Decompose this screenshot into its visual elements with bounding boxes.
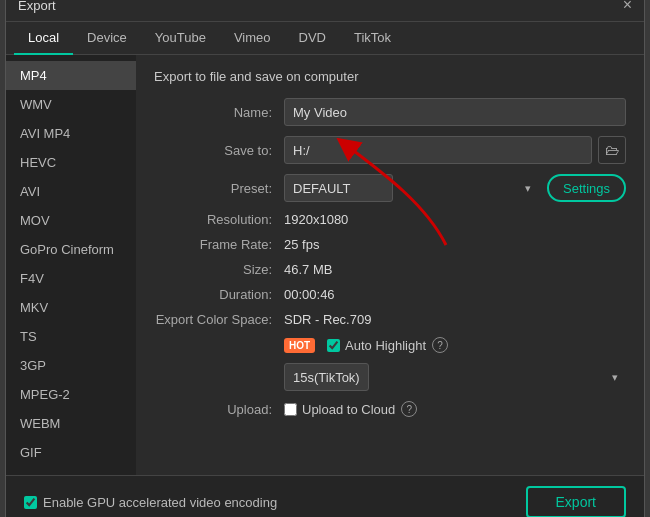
sidebar-item-mp3[interactable]: MP3	[6, 467, 136, 475]
name-input[interactable]	[284, 98, 626, 126]
save-to-field: 🗁	[284, 136, 626, 164]
tiktok-select-wrapper: 15s(TikTok) 30s 60s	[284, 363, 626, 391]
resolution-value: 1920x1080	[284, 212, 348, 227]
upload-to-cloud-text: Upload to Cloud	[302, 402, 395, 417]
color-space-value: SDR - Rec.709	[284, 312, 371, 327]
sidebar-item-gif[interactable]: GIF	[6, 438, 136, 467]
frame-rate-value: 25 fps	[284, 237, 319, 252]
upload-to-cloud-checkbox[interactable]	[284, 403, 297, 416]
size-row: Size: 46.7 MB	[154, 262, 626, 277]
export-dialog: Export × Local Device YouTube Vimeo DVD …	[5, 0, 645, 517]
tab-local[interactable]: Local	[14, 22, 73, 55]
main-panel: Export to file and save on computer Name…	[136, 55, 644, 475]
export-button[interactable]: Export	[526, 486, 626, 517]
resolution-row: Resolution: 1920x1080	[154, 212, 626, 227]
footer: Enable GPU accelerated video encoding Ex…	[6, 475, 644, 517]
title-bar: Export ×	[6, 0, 644, 22]
duration-label: Duration:	[154, 287, 284, 302]
sidebar-item-3gp[interactable]: 3GP	[6, 351, 136, 380]
sidebar-item-mkv[interactable]: MKV	[6, 293, 136, 322]
size-label: Size:	[154, 262, 284, 277]
name-label: Name:	[154, 105, 284, 120]
preset-label: Preset:	[154, 181, 284, 196]
preset-select[interactable]: DEFAULT High Quality Medium Quality Low …	[284, 174, 393, 202]
sidebar-item-avi[interactable]: AVI	[6, 177, 136, 206]
upload-row: Upload: Upload to Cloud ?	[154, 401, 626, 417]
upload-label: Upload:	[154, 402, 284, 417]
save-to-label: Save to:	[154, 143, 284, 158]
sidebar-item-avimp4[interactable]: AVI MP4	[6, 119, 136, 148]
color-space-row: Export Color Space: SDR - Rec.709	[154, 312, 626, 327]
upload-help-icon[interactable]: ?	[401, 401, 417, 417]
resolution-label: Resolution:	[154, 212, 284, 227]
preset-select-wrapper: DEFAULT High Quality Medium Quality Low …	[284, 174, 539, 202]
format-sidebar: MP4 WMV AVI MP4 HEVC AVI MOV GoPro Cinef…	[6, 55, 136, 475]
auto-highlight-label: Auto Highlight	[345, 338, 426, 353]
size-value: 46.7 MB	[284, 262, 332, 277]
auto-highlight-checkbox-label[interactable]: Auto Highlight	[327, 338, 426, 353]
auto-highlight-row: HOT Auto Highlight ?	[154, 337, 626, 353]
gpu-checkbox-label[interactable]: Enable GPU accelerated video encoding	[24, 495, 277, 510]
sidebar-item-ts[interactable]: TS	[6, 322, 136, 351]
auto-highlight-checkbox[interactable]	[327, 339, 340, 352]
sidebar-item-mov[interactable]: MOV	[6, 206, 136, 235]
sidebar-item-gopro[interactable]: GoPro Cineform	[6, 235, 136, 264]
tiktok-duration-row: 15s(TikTok) 30s 60s	[154, 363, 626, 391]
frame-rate-label: Frame Rate:	[154, 237, 284, 252]
sidebar-item-wmv[interactable]: WMV	[6, 90, 136, 119]
sidebar-item-mpeg2[interactable]: MPEG-2	[6, 380, 136, 409]
dialog-title: Export	[18, 0, 56, 13]
tab-bar: Local Device YouTube Vimeo DVD TikTok	[6, 22, 644, 55]
upload-to-cloud-label[interactable]: Upload to Cloud	[284, 402, 395, 417]
sidebar-item-webm[interactable]: WEBM	[6, 409, 136, 438]
settings-button[interactable]: Settings	[547, 174, 626, 202]
gpu-label: Enable GPU accelerated video encoding	[43, 495, 277, 510]
tab-youtube[interactable]: YouTube	[141, 22, 220, 55]
preset-row: Preset: DEFAULT High Quality Medium Qual…	[154, 174, 626, 202]
folder-browse-button[interactable]: 🗁	[598, 136, 626, 164]
content-area: MP4 WMV AVI MP4 HEVC AVI MOV GoPro Cinef…	[6, 55, 644, 475]
save-to-row: Save to: 🗁	[154, 136, 626, 164]
tab-tiktok[interactable]: TikTok	[340, 22, 405, 55]
duration-value: 00:00:46	[284, 287, 335, 302]
auto-highlight-help-icon[interactable]: ?	[432, 337, 448, 353]
hot-badge: HOT	[284, 338, 315, 353]
preset-field: DEFAULT High Quality Medium Quality Low …	[284, 174, 626, 202]
auto-highlight-field: HOT Auto Highlight ?	[284, 337, 448, 353]
sidebar-item-f4v[interactable]: F4V	[6, 264, 136, 293]
gpu-checkbox[interactable]	[24, 496, 37, 509]
frame-rate-row: Frame Rate: 25 fps	[154, 237, 626, 252]
tab-device[interactable]: Device	[73, 22, 141, 55]
export-subtitle: Export to file and save on computer	[154, 69, 626, 84]
duration-row: Duration: 00:00:46	[154, 287, 626, 302]
tab-vimeo[interactable]: Vimeo	[220, 22, 285, 55]
tab-dvd[interactable]: DVD	[285, 22, 340, 55]
sidebar-item-mp4[interactable]: MP4	[6, 61, 136, 90]
close-button[interactable]: ×	[623, 0, 632, 13]
name-row: Name:	[154, 98, 626, 126]
color-space-label: Export Color Space:	[154, 312, 284, 327]
upload-field: Upload to Cloud ?	[284, 401, 417, 417]
tiktok-duration-select[interactable]: 15s(TikTok) 30s 60s	[284, 363, 369, 391]
sidebar-item-hevc[interactable]: HEVC	[6, 148, 136, 177]
save-to-input[interactable]	[284, 136, 592, 164]
main-panel-wrapper: Export to file and save on computer Name…	[136, 55, 644, 475]
